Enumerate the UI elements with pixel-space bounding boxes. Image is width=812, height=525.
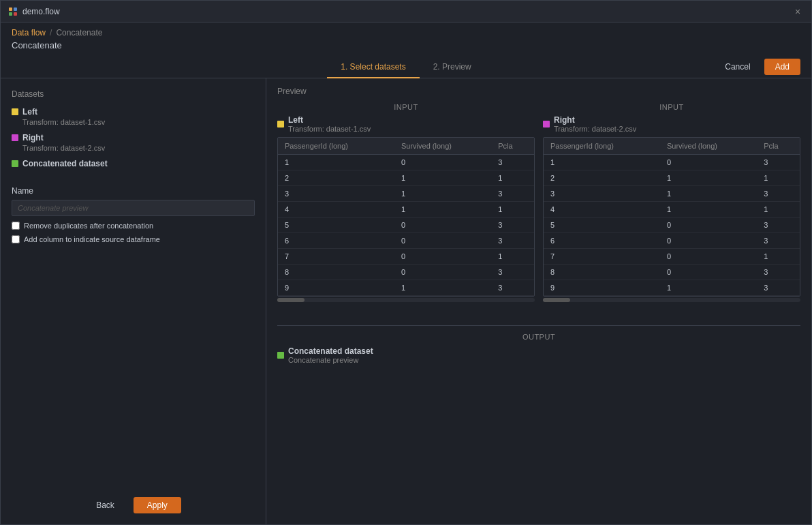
output-dataset-sub: Concatenate preview <box>288 356 373 364</box>
datasets-section-title: Datasets <box>12 89 255 99</box>
table-cell: 4 <box>544 202 660 217</box>
preview-title: Preview <box>277 87 800 96</box>
remove-duplicates-checkbox-row[interactable]: Remove duplicates after concatenation <box>12 222 255 230</box>
table-cell: 8 <box>544 265 660 280</box>
svg-rect-3 <box>14 12 17 16</box>
breadcrumb-current: Concatenate <box>56 28 102 38</box>
remove-duplicates-checkbox[interactable] <box>12 222 20 230</box>
table-cell: 3 <box>757 155 800 170</box>
table-cell: 5 <box>278 217 394 233</box>
table-cell: 8 <box>278 265 394 280</box>
table-row: 313 <box>544 186 800 202</box>
left-data-table: PassengerId (long) Survived (long) Pcla … <box>278 138 534 296</box>
table-cell: 0 <box>394 233 491 249</box>
dataset-left-label: Left <box>12 107 255 117</box>
add-column-checkbox-row[interactable]: Add column to indicate source dataframe <box>12 235 255 243</box>
table-cell: 1 <box>394 202 491 217</box>
add-button[interactable]: Add <box>764 59 800 75</box>
dataset-right-sub: Transform: dataset-2.csv <box>12 144 255 152</box>
main-content: Datasets Left Transform: dataset-1.csv R… <box>1 78 811 524</box>
table-cell: 1 <box>660 202 757 217</box>
cancel-button[interactable]: Cancel <box>717 59 758 74</box>
table-row: 913 <box>278 280 534 296</box>
table-cell: 7 <box>278 249 394 265</box>
output-color-dot <box>277 352 284 359</box>
table-row: 103 <box>278 155 534 170</box>
svg-rect-2 <box>9 12 12 16</box>
table-cell: 2 <box>544 170 660 186</box>
title-bar: demo.flow × <box>1 1 811 22</box>
table-cell: 3 <box>491 265 534 280</box>
right-panel: Preview INPUT Left Transform: dataset-1.… <box>266 78 811 524</box>
breadcrumb: Data flow / Concatenate <box>1 22 811 40</box>
table-row: 313 <box>278 186 534 202</box>
table-cell: 6 <box>278 233 394 249</box>
table-row: 211 <box>278 170 534 186</box>
table-cell: 0 <box>394 217 491 233</box>
table-cell: 0 <box>394 155 491 170</box>
table-row: 603 <box>278 233 534 249</box>
table-cell: 0 <box>660 155 757 170</box>
table-cell: 3 <box>757 265 800 280</box>
table-cell: 2 <box>278 170 394 186</box>
output-divider <box>277 325 800 326</box>
right-scrollbar-thumb <box>543 298 570 302</box>
table-cell: 3 <box>491 280 534 296</box>
add-column-checkbox[interactable] <box>12 235 20 243</box>
output-label: OUTPUT <box>277 333 800 341</box>
dataset-concatenated-label: Concatenated dataset <box>12 159 255 168</box>
left-preview-color-dot <box>277 121 284 127</box>
left-scrollbar[interactable] <box>277 298 535 302</box>
table-row: 701 <box>544 249 800 265</box>
dataset-concatenated: Concatenated dataset <box>12 159 255 170</box>
breadcrumb-link[interactable]: Data flow <box>12 28 46 38</box>
right-input-block: INPUT Right Transform: dataset-2.csv <box>543 103 800 302</box>
right-col-pclass: Pcla <box>757 138 800 155</box>
dataset-left-sub: Transform: dataset-1.csv <box>12 118 255 126</box>
table-cell: 5 <box>544 217 660 233</box>
tab-select-datasets[interactable]: 1. Select datasets <box>327 57 419 78</box>
table-cell: 3 <box>491 155 534 170</box>
left-preview-name: Left <box>288 115 371 125</box>
table-row: 211 <box>544 170 800 186</box>
table-cell: 0 <box>394 265 491 280</box>
right-input-label: INPUT <box>543 103 800 111</box>
table-cell: 1 <box>394 280 491 296</box>
table-cell: 3 <box>757 217 800 233</box>
table-cell: 3 <box>278 186 394 202</box>
close-button[interactable]: × <box>791 5 805 18</box>
table-cell: 1 <box>757 249 800 265</box>
table-cell: 3 <box>757 186 800 202</box>
window-title: demo.flow <box>22 7 791 16</box>
apply-button[interactable]: Apply <box>134 497 181 513</box>
right-scrollbar[interactable] <box>543 298 800 302</box>
left-scrollbar-thumb <box>277 298 304 302</box>
left-input-label: INPUT <box>277 103 535 111</box>
output-section: OUTPUT Concatenated dataset Concatenate … <box>277 318 800 364</box>
table-cell: 1 <box>660 170 757 186</box>
dataset-right: Right Transform: dataset-2.csv <box>12 133 255 152</box>
table-cell: 3 <box>491 217 534 233</box>
table-cell: 7 <box>544 249 660 265</box>
table-cell: 1 <box>544 155 660 170</box>
tab-preview[interactable]: 2. Preview <box>420 57 485 78</box>
right-preview-color-dot <box>543 121 550 127</box>
table-row: 701 <box>278 249 534 265</box>
remove-duplicates-label: Remove duplicates after concatenation <box>24 222 153 230</box>
table-row: 503 <box>544 217 800 233</box>
table-cell: 1 <box>757 170 800 186</box>
table-cell: 0 <box>660 249 757 265</box>
output-block: Concatenated dataset Concatenate preview <box>277 346 800 364</box>
back-button[interactable]: Back <box>85 497 125 513</box>
table-cell: 3 <box>491 186 534 202</box>
table-cell: 1 <box>491 249 534 265</box>
name-input[interactable] <box>12 200 255 216</box>
breadcrumb-separator: / <box>50 28 52 38</box>
right-color-dot <box>12 134 18 141</box>
left-preview-sub: Transform: dataset-1.csv <box>288 125 371 133</box>
right-preview-sub: Transform: dataset-2.csv <box>554 125 636 133</box>
table-row: 803 <box>544 265 800 280</box>
right-dataset-header: Right Transform: dataset-2.csv <box>543 115 800 133</box>
table-cell: 6 <box>544 233 660 249</box>
left-panel-footer: Back Apply <box>12 489 255 513</box>
